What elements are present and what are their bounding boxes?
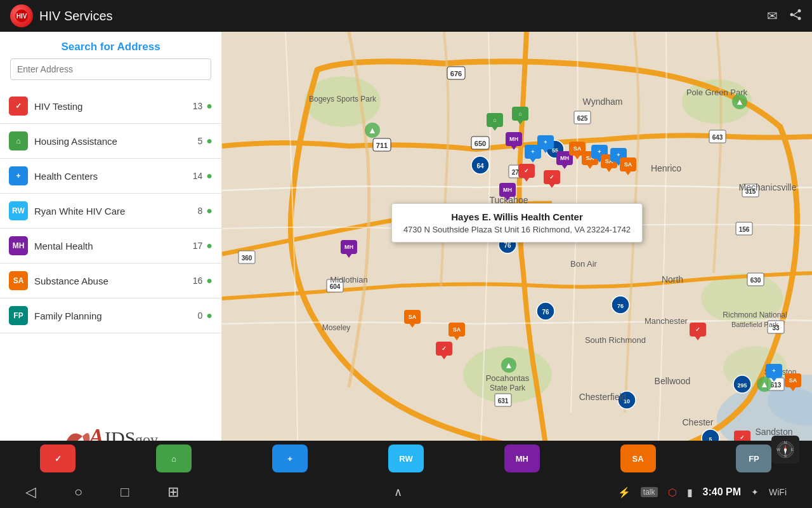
home-button[interactable]: ○ <box>74 484 82 500</box>
category-icon-health-centers: + <box>9 166 28 185</box>
category-icon-family-planning: FP <box>9 306 28 325</box>
tb-health[interactable]: + <box>272 444 308 472</box>
svg-text:625: 625 <box>577 115 588 122</box>
svg-text:Pocahontas: Pocahontas <box>486 373 530 383</box>
svg-text:650: 650 <box>475 140 486 147</box>
category-item-health-centers[interactable]: +Health Centers14● <box>0 159 221 194</box>
category-check-housing-assistance: ● <box>206 135 213 147</box>
app-icon: HIV <box>10 4 33 27</box>
category-item-family-planning[interactable]: FPFamily Planning0● <box>0 298 221 333</box>
svg-text:613: 613 <box>771 382 782 389</box>
map-marker-11[interactable]: SA <box>620 157 636 171</box>
nav-right: ⚡ talk ⬡ ▮ 3:40 PM ✦ WiFi <box>618 486 787 498</box>
map-marker-5[interactable]: + <box>537 135 554 149</box>
map-marker-0[interactable]: ⌂ <box>487 113 503 127</box>
tb-substance[interactable]: SA <box>620 444 656 472</box>
tb-hiv[interactable]: ✓ <box>40 444 75 472</box>
share-icon[interactable] <box>789 8 802 24</box>
recent-apps-button[interactable]: □ <box>121 484 129 500</box>
status-bar: HIV HIV Services ✉ <box>0 0 812 32</box>
sidebar: Search for Address ✓HIV Testing13●⌂Housi… <box>0 32 222 476</box>
category-label-family-planning: Family Planning <box>34 311 198 321</box>
tb-family[interactable]: FP <box>736 444 771 472</box>
svg-text:Wyndham: Wyndham <box>583 97 623 107</box>
svg-text:76: 76 <box>504 242 511 249</box>
svg-text:S: S <box>784 454 787 458</box>
battery-icon: ▮ <box>687 486 693 498</box>
app-title: HIV Services <box>39 9 113 23</box>
svg-text:630: 630 <box>750 277 761 284</box>
svg-text:South Richmond: South Richmond <box>585 335 646 345</box>
category-icon-housing-assistance: ⌂ <box>9 131 28 150</box>
svg-text:643: 643 <box>712 134 723 141</box>
map-marker-17[interactable]: SA <box>449 323 465 337</box>
up-button[interactable]: ∧ <box>394 485 402 499</box>
menu-button[interactable]: ⊞ <box>167 484 179 500</box>
map-area[interactable]: 676 711 650 64 76 76 271 625 643 55 <box>222 32 812 476</box>
svg-text:Mechanicsville: Mechanicsville <box>738 182 796 192</box>
svg-text:Battlefield Park: Battlefield Park <box>731 321 778 328</box>
svg-text:State Park: State Park <box>490 384 526 392</box>
category-icon-mental-health: MH <box>9 236 28 255</box>
nav-left: ◁ ○ □ ⊞ <box>25 484 179 500</box>
svg-text:76: 76 <box>542 309 549 316</box>
category-count-mental-health: 17 <box>193 241 203 251</box>
main-area: Search for Address ✓HIV Testing13●⌂Housi… <box>0 32 812 476</box>
svg-text:Midlothian: Midlothian <box>330 275 367 284</box>
svg-text:HIV: HIV <box>16 13 27 20</box>
email-icon[interactable]: ✉ <box>767 8 778 23</box>
svg-line-5 <box>793 11 798 15</box>
back-button[interactable]: ◁ <box>25 484 36 500</box>
svg-text:Moseley: Moseley <box>322 323 351 332</box>
category-count-housing-assistance: 5 <box>198 136 203 146</box>
category-item-ryan-white[interactable]: RWRyan White HIV Care8● <box>0 194 221 229</box>
map-marker-19[interactable]: ✓ <box>690 323 706 337</box>
svg-line-6 <box>793 15 798 18</box>
svg-text:676: 676 <box>450 70 462 77</box>
map-marker-13[interactable]: ✓ <box>544 170 560 184</box>
category-item-substance-abuse[interactable]: SASubstance Abuse16● <box>0 264 221 298</box>
map-marker-21[interactable]: SA <box>785 373 801 387</box>
map-marker-16[interactable]: ✓ <box>436 342 452 356</box>
map-marker-14[interactable]: MH <box>499 183 516 197</box>
category-label-substance-abuse: Substance Abuse <box>34 276 193 286</box>
svg-text:Richmond National: Richmond National <box>723 311 787 319</box>
category-check-substance-abuse: ● <box>206 275 213 286</box>
svg-text:295: 295 <box>737 382 747 389</box>
category-label-ryan-white: Ryan White HIV Care <box>34 206 198 217</box>
svg-point-95 <box>784 448 787 451</box>
search-input[interactable] <box>10 58 211 80</box>
map-marker-15[interactable]: SA <box>404 310 421 324</box>
svg-text:W: W <box>776 448 780 451</box>
map-marker-20[interactable]: + <box>766 364 782 378</box>
map-marker-1[interactable]: ⌂ <box>512 107 528 121</box>
maps-icon: ⬡ <box>668 486 677 498</box>
map-marker-12[interactable]: ✓ <box>518 164 535 178</box>
nav-center: ∧ <box>394 485 402 499</box>
svg-text:Bellwood: Bellwood <box>655 376 691 386</box>
status-right: ✉ <box>767 8 802 24</box>
category-icon-hiv-testing: ✓ <box>9 97 28 116</box>
category-label-health-centers: Health Centers <box>34 171 193 182</box>
map-marker-18[interactable]: MH <box>341 240 357 254</box>
category-item-hiv-testing[interactable]: ✓HIV Testing13● <box>0 89 221 124</box>
category-check-health-centers: ● <box>206 170 213 182</box>
svg-text:North: North <box>662 274 683 284</box>
usb-icon: ⚡ <box>618 486 631 498</box>
category-item-mental-health[interactable]: MHMental Health17● <box>0 229 221 264</box>
tb-ryan[interactable]: RW <box>388 444 424 472</box>
search-section: Search for Address <box>0 32 221 89</box>
popup-location-address: 4730 N Southside Plaza St Unit 16 Richmo… <box>403 225 631 234</box>
app-icon-area: HIV HIV Services <box>10 4 113 27</box>
compass-button[interactable]: N S W E <box>771 436 799 464</box>
map-background: 676 711 650 64 76 76 271 625 643 55 <box>222 32 812 476</box>
svg-point-3 <box>790 13 794 16</box>
category-count-health-centers: 14 <box>193 171 203 181</box>
category-icon-substance-abuse: SA <box>9 271 28 290</box>
svg-text:711: 711 <box>376 142 388 149</box>
category-item-housing-assistance[interactable]: ⌂Housing Assistance5● <box>0 124 221 159</box>
tb-mental[interactable]: MH <box>504 444 540 472</box>
map-marker-3[interactable]: MH <box>506 132 522 146</box>
tb-housing[interactable]: ⌂ <box>156 444 192 472</box>
wifi-icon: WiFi <box>769 487 787 497</box>
